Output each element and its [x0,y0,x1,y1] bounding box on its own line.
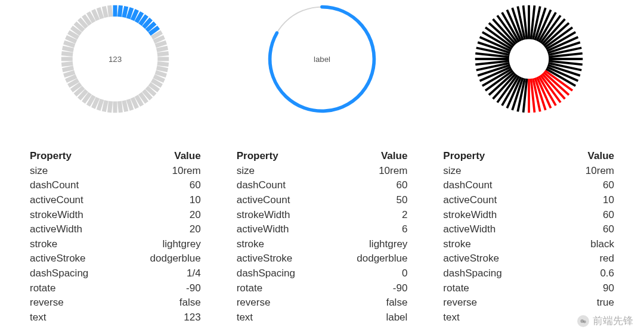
cell-val-stroke: lightgrey [122,237,201,252]
table-row: rotate-90 [237,281,408,296]
svg-line-48 [64,42,75,46]
table-row: activeStrokedodgerblue [30,251,201,266]
cell-val-activeCount: 10 [558,193,614,208]
cell-prop-dashSpacing: dashSpacing [30,266,122,281]
table-row: dashCount60 [443,178,614,193]
cell-val-text: label [328,310,407,325]
cell-val-size: 10rem [122,164,201,179]
cell-val-activeCount: 10 [122,193,201,208]
svg-line-32 [104,101,107,112]
cell-prop-activeStroke: activeStroke [237,251,329,266]
cell-val-stroke: black [558,237,614,252]
property-table-1: Property Value size10remdashCount60activ… [237,149,408,325]
dial-chart-0: 123 [58,0,172,125]
table-row: size10rem [443,164,614,179]
table-row: activeWidth6 [237,222,408,237]
svg-line-42 [64,72,75,76]
svg-line-14 [157,54,169,55]
svg-line-28 [124,101,126,112]
svg-line-47 [63,48,74,50]
table-row: rotate90 [443,281,614,296]
cell-val-rotate: -90 [122,281,201,296]
table-row: strokeblack [443,237,614,252]
table-row: dashSpacing1/4 [30,266,201,281]
cell-prop-rotate: rotate [443,281,558,296]
svg-line-2 [124,7,126,18]
cell-val-rotate: -90 [328,281,407,296]
cell-prop-activeCount: activeCount [30,193,122,208]
cell-prop-reverse: reverse [30,295,122,310]
svg-line-29 [120,101,121,113]
svg-line-46 [62,54,73,55]
th-property: Property [30,149,122,164]
cell-prop-size: size [237,164,329,179]
table-row: text [443,310,614,325]
cell-prop-stroke: stroke [237,237,329,252]
cell-prop-rotate: rotate [237,281,329,296]
table-row: rotate-90 [30,281,201,296]
svg-line-1 [120,5,121,17]
property-tbody-1: size10remdashCount60activeCount50strokeW… [237,164,408,325]
table-row: activeStrokered [443,251,614,266]
property-table-0: Property Value size10remdashCount60activ… [30,149,201,325]
cell-prop-dashCount: dashCount [30,178,122,193]
cell-prop-activeWidth: activeWidth [237,222,329,237]
cell-val-activeCount: 50 [328,193,407,208]
dial-column-1: label Property Value size10remdashCount6… [237,0,408,325]
cell-val-activeStroke: red [558,251,614,266]
dial-column-2: Property Value size10remdashCount60activ… [443,0,614,325]
cell-val-activeWidth: 20 [122,222,201,237]
cell-prop-dashSpacing: dashSpacing [237,266,329,281]
cell-prop-activeWidth: activeWidth [443,222,558,237]
property-tbody-0: size10remdashCount60activeCount10strokeW… [30,164,201,325]
svg-line-17 [157,68,168,70]
cell-val-dashCount: 60 [558,178,614,193]
svg-text:label: label [314,55,330,64]
cell-val-text: 123 [122,310,201,325]
cell-val-strokeWidth: 2 [328,208,407,223]
cell-prop-activeCount: activeCount [237,193,329,208]
cell-val-dashSpacing: 0.6 [558,266,614,281]
table-row: activeCount50 [237,193,408,208]
cell-prop-activeCount: activeCount [443,193,558,208]
cell-prop-activeWidth: activeWidth [30,222,122,237]
table-row: dashSpacing0 [237,266,408,281]
cell-prop-dashCount: dashCount [237,178,329,193]
svg-line-59 [110,5,111,17]
svg-line-57 [98,8,102,18]
table-row: text123 [30,310,201,325]
table-row: strokeWidth20 [30,208,201,223]
cell-val-activeWidth: 6 [328,222,407,237]
cell-val-reverse: true [558,295,614,310]
table-row: activeWidth20 [30,222,201,237]
cell-val-activeStroke: dodgerblue [122,251,201,266]
svg-line-44 [62,63,73,64]
cell-prop-text: text [443,310,558,325]
cell-prop-strokeWidth: strokeWidth [30,208,122,223]
property-tbody-2: size10remdashCount60activeCount10strokeW… [443,164,614,325]
cell-prop-reverse: reverse [237,295,329,310]
svg-line-12 [156,42,166,46]
table-row: dashSpacing0.6 [443,266,614,281]
cell-val-activeStroke: dodgerblue [328,251,407,266]
cell-val-text [558,310,614,325]
table-row: dashCount60 [237,178,408,193]
th-property: Property [237,149,329,164]
cell-val-reverse: false [122,295,201,310]
cell-prop-strokeWidth: strokeWidth [237,208,329,223]
cell-prop-stroke: stroke [443,237,558,252]
cell-val-rotate: 90 [558,281,614,296]
cell-val-size: 10rem [558,164,614,179]
th-value: Value [122,149,201,164]
table-row: strokeWidth2 [237,208,408,223]
table-row: size10rem [30,164,201,179]
cell-prop-size: size [443,164,558,179]
cell-val-dashCount: 60 [328,178,407,193]
cell-val-dashSpacing: 0 [328,266,407,281]
cell-prop-size: size [30,164,122,179]
cell-prop-stroke: stroke [30,237,122,252]
svg-line-27 [128,99,132,110]
cell-prop-strokeWidth: strokeWidth [443,208,558,223]
table-row: activeCount10 [30,193,201,208]
table-row: strokelightgrey [30,237,201,252]
